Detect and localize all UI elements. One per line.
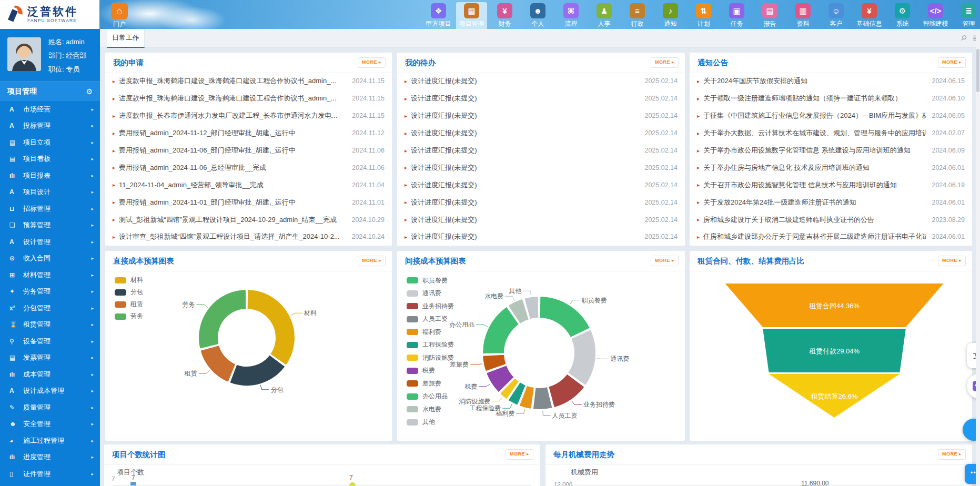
sidebar-menu-item[interactable]: ❏ 预算管理 ▸: [0, 217, 100, 234]
nav-item[interactable]: ☺ 客户: [821, 2, 852, 30]
scrollbar-track[interactable]: [976, 29, 980, 486]
list-item[interactable]: ▸ 费用报销_admin_2024-11-06_部门经理审批_胡建,_运行中 2…: [105, 142, 392, 159]
nav-item[interactable]: ▦ 项目管理: [456, 2, 487, 30]
legend-item[interactable]: 工程保险费: [407, 339, 454, 352]
sidebar-menu-item[interactable]: ⚲ 设备管理 ▸: [0, 333, 100, 350]
list-item[interactable]: ▸ 关于领取一级注册建造师增项贴的通知（须持一建证书前来领取） 2024.06.…: [690, 90, 972, 107]
list-item[interactable]: ▸ 关于举办住房与房地产信息化 技术及应用培训班的通知 2024.06.01: [690, 159, 972, 176]
sidebar-menu-item[interactable]: A 市场经营 ▸: [0, 101, 100, 118]
settings-gear-icon[interactable]: ⚙: [86, 87, 93, 96]
legend-item[interactable]: 业务招待费: [407, 300, 454, 313]
nav-item[interactable]: ❖ 甲方项目: [423, 2, 454, 30]
list-item[interactable]: ▸ 设计进度汇报(未提交) 2025.02.14: [397, 159, 685, 176]
sidebar-menu-item[interactable]: ⊔ 招标管理 ▸: [0, 200, 100, 217]
nav-item[interactable]: ≡ 行政: [622, 2, 653, 30]
legend-item[interactable]: 分包: [115, 286, 143, 298]
sidebar-menu-item[interactable]: ☻ 安全管理 ▸: [0, 416, 100, 433]
list-item[interactable]: ▸ 设计进度汇报(未提交) 2025.02.14: [397, 125, 685, 142]
sidebar-menu-item[interactable]: ◕ 施工过程管理 ▸: [0, 432, 100, 449]
sidebar-menu-item[interactable]: ✦ 劳务管理 ▸: [0, 284, 100, 300]
list-item[interactable]: ▸ 11_2024-11-04_admin_经营部_领导审批__完成 2024.…: [105, 176, 392, 194]
list-item[interactable]: ▸ 设计进度汇报(未提交) 2025.02.14: [397, 176, 685, 194]
legend-item[interactable]: 差旅费: [407, 377, 454, 390]
legend-item[interactable]: 劳务: [115, 310, 143, 322]
legend-item[interactable]: 通讯费: [407, 287, 454, 300]
nav-item[interactable]: ¥ 财务: [489, 2, 520, 30]
list-item[interactable]: ▸ 关于2024年国庆节放假安排的通知 2024.06.15: [690, 73, 972, 90]
list-item[interactable]: ▸ 进度款申报_长春市伊通河水力发电厂改建工程_长春市伊通河水力发电... 20…: [105, 107, 392, 125]
list-item[interactable]: ▸ 设计进度汇报(未提交) 2025.02.14: [397, 90, 685, 107]
nav-item[interactable]: ▤ 报告: [754, 2, 785, 30]
list-item[interactable]: ▸ 进度款申报_珠海鹤港口建设_珠海鹤港口建设工程合作协议书_admin_...…: [105, 73, 392, 90]
nav-item[interactable]: ¥ 基础信息: [854, 2, 885, 30]
nav-item[interactable]: ♟ 人事: [589, 2, 620, 30]
list-item[interactable]: ▸ 住房和城乡建设部办公厅关于同意吉林省开展二级建造师注册证书电子化试点... …: [690, 228, 972, 246]
more-button[interactable]: MORE ▸: [358, 57, 386, 68]
sidebar-menu-item[interactable]: ⊙ 收入合同 ▸: [0, 250, 100, 267]
sidebar-menu-item[interactable]: ılı 项目报表 ▸: [0, 167, 100, 184]
nav-item[interactable]: ⇅ 计划: [688, 2, 719, 30]
sidebar-menu-item[interactable]: ✎ 质量管理 ▸: [0, 399, 100, 416]
list-item[interactable]: ▸ 设计审查_彭祖新城“四馆”景观工程设计项目_请选择_胡产生_2024-10-…: [105, 228, 392, 246]
list-item[interactable]: ▸ 测试_彭祖新城“四馆”景观工程设计项目_2024-10-29_admin_结…: [105, 211, 392, 228]
sidebar-menu-item[interactable]: A 设计成本管理 ▸: [0, 383, 100, 400]
legend-item[interactable]: 人员工资: [407, 313, 454, 326]
more-button[interactable]: MORE ▸: [651, 57, 679, 68]
tab-daily-work[interactable]: 日常工作: [107, 29, 145, 48]
list-item[interactable]: ▸ 费用报销_admin_2024-11-12_部门经理审批_胡建,_运行中 2…: [105, 125, 392, 142]
sidebar-menu-item[interactable]: ⊞ 材料管理 ▸: [0, 267, 100, 284]
list-item[interactable]: ▸ 进度款申报_珠海鹤港口建设_珠海鹤港口建设工程合作协议书_admin_...…: [105, 90, 392, 107]
nav-item[interactable]: ☻ 个人: [522, 2, 553, 30]
legend-item[interactable]: 办公用品: [407, 390, 454, 403]
list-item[interactable]: ▸ 关于召开市政公用设施智慧化管理 信息技术与应用培训班的通知 2024.06.…: [690, 176, 972, 194]
more-button[interactable]: MORE ▸: [938, 57, 966, 68]
list-item[interactable]: ▸ 设计进度汇报(未提交) 2025.02.14: [397, 142, 685, 159]
legend-item[interactable]: 福利费: [407, 326, 454, 339]
sidebar-menu-item[interactable]: ılı 成本管理 ▸: [0, 366, 100, 383]
nav-item[interactable]: ▥ 资料: [787, 2, 819, 30]
nav-item[interactable]: ▣ 任务: [721, 2, 752, 30]
list-item[interactable]: ▸ 设计进度汇报(未提交) 2025.02.14: [397, 194, 685, 211]
legend-item[interactable]: 其他: [407, 416, 454, 429]
nav-item[interactable]: ⌘ 流程: [555, 2, 587, 30]
legend-item[interactable]: 职员餐费: [407, 274, 454, 287]
nav-item-portal[interactable]: ⌂ 门户: [105, 3, 134, 29]
legend-item[interactable]: 水电费: [407, 403, 454, 416]
sidebar-menu-item[interactable]: ▤ 发票管理 ▸: [0, 350, 100, 367]
legend-item[interactable]: 材料: [115, 274, 143, 286]
sidebar-menu-item[interactable]: x² 分包管理 ▸: [0, 300, 100, 317]
sidebar-menu-item[interactable]: ılı 进度管理 ▸: [0, 449, 100, 466]
pie-segment[interactable]: [200, 345, 236, 382]
list-item[interactable]: ▸ 房和城乡建设厅关于取消二级建造师临时执业证书的公告 2023.08.29: [690, 211, 972, 228]
sidebar-menu-item[interactable]: ▤ 项目看板 ▸: [0, 151, 100, 168]
more-button[interactable]: MORE ▸: [938, 449, 966, 460]
list-item[interactable]: ▸ 于征集《中国建筑施工行业信息化发展报告（2024）—BIM应用与发展》材料.…: [690, 107, 972, 125]
key-icon[interactable]: ⚲: [959, 33, 969, 43]
sidebar-menu-item[interactable]: A 项目设计 ▸: [0, 184, 100, 201]
legend-item[interactable]: 消防设施费: [407, 351, 454, 364]
list-item[interactable]: ▸ 设计进度汇报(未提交) 2025.02.14: [397, 107, 685, 125]
more-button[interactable]: MORE ▸: [358, 256, 386, 266]
list-item[interactable]: ▸ 费用报销_admin_2024-11-06_总经理审批__完成 2024.1…: [105, 159, 392, 176]
more-button[interactable]: MORE ▸: [938, 256, 966, 266]
list-item[interactable]: ▸ 设计进度汇报(未提交) 2025.02.14: [397, 73, 685, 90]
scrollbar-thumb[interactable]: [976, 49, 979, 92]
pie-segment[interactable]: [198, 289, 246, 349]
nav-item[interactable]: ≣ 管理: [953, 2, 980, 30]
sidebar-menu-item[interactable]: ⌛ 租赁管理 ▸: [0, 317, 100, 333]
pie-segment[interactable]: [247, 289, 295, 366]
list-item[interactable]: ▸ 费用报销_admin_2024-11-01_部门经理审批_胡建,_运行中 2…: [105, 194, 392, 211]
legend-item[interactable]: 租赁: [115, 298, 143, 310]
nav-item[interactable]: </> 智能建模: [920, 2, 951, 30]
sidebar-menu-item[interactable]: A 投标管理 ▸: [0, 118, 100, 135]
list-item[interactable]: ▸ 关于举办市政公用设施数字化管理信息 系统建设与应用培训班的通知 2024.0…: [690, 142, 972, 159]
avatar[interactable]: [7, 37, 41, 71]
list-item[interactable]: ▸ 设计进度汇报(未提交) 2025.02.14: [397, 211, 685, 228]
more-button[interactable]: MORE ▸: [651, 256, 679, 266]
list-item[interactable]: ▸ 设计进度汇报(未提交) 2025.02.14: [397, 228, 685, 246]
list-item[interactable]: ▸ 关于举办大数据、云计算技术在城市建设、规划、管理与服务中的应用培训班... …: [690, 125, 972, 142]
nav-item[interactable]: ♪ 通知: [655, 2, 686, 30]
sidebar-menu-item[interactable]: A 设计管理 ▸: [0, 234, 100, 250]
sidebar-menu-item[interactable]: ▤ 项目立项 ▸: [0, 134, 100, 151]
legend-item[interactable]: 税费: [407, 364, 454, 378]
